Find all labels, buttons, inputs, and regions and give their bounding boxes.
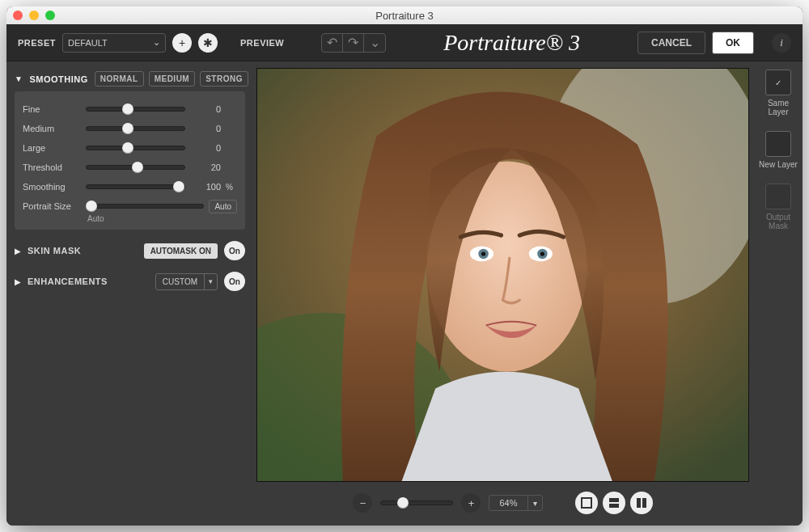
threshold-value: 20 [190,163,221,172]
view-split-vertical-button[interactable] [630,492,653,514]
enhancements-toggle[interactable]: On [224,272,245,291]
info-icon: i [780,36,783,49]
slider-knob[interactable] [122,123,133,134]
slider-knob[interactable] [397,497,409,509]
chevron-down-icon: ⌄ [153,37,160,48]
history-dropdown[interactable]: ⌄ [364,34,385,52]
output-mask-label: Output Mask [757,213,799,230]
zoom-dropdown[interactable]: ▾ [528,496,542,510]
slider-knob[interactable] [86,201,97,212]
zoom-slider[interactable] [380,500,453,505]
cancel-button[interactable]: CANCEL [637,32,705,54]
preset-label: PRESET [18,38,56,48]
slider-knob[interactable] [132,162,143,173]
plus-icon: + [179,36,185,49]
large-value: 0 [190,143,221,153]
new-layer-label: New Layer [759,160,798,169]
automask-button[interactable]: AUTOMASK ON [144,243,218,259]
preset-value: DEFAULT [68,38,108,48]
portrait-size-auto-button[interactable]: Auto [209,200,237,213]
large-slider[interactable] [86,146,185,150]
preset-settings-button[interactable]: ✱ [198,33,218,53]
plus-icon: + [468,497,475,509]
history-group: ↶ ↷ ⌄ [321,33,386,53]
enhancements-mode[interactable]: CUSTOM [156,274,205,289]
skin-mask-toggle[interactable]: On [224,241,245,260]
smoothing-preset-strong[interactable]: STRONG [200,71,248,87]
split-horizontal-icon [608,497,620,509]
smoothing-title: SMOOTHING [29,74,87,84]
smoothing-panel: Fine 0 Medium 0 Large 0 Threshold [15,91,245,230]
preview-column: − + 64% ▾ [253,61,754,526]
skin-mask-title: SKIN MASK [28,246,81,255]
svg-rect-10 [582,498,591,508]
portrait-size-label: Portrait Size [23,201,81,211]
fine-label: Fine [23,104,81,114]
zoom-out-button[interactable]: − [353,493,372,513]
svg-rect-11 [609,498,619,502]
redo-icon: ↷ [348,35,358,50]
gear-icon: ✱ [203,36,213,49]
preset-dropdown[interactable]: DEFAULT ⌄ [62,33,166,53]
split-vertical-icon [636,497,647,509]
skin-mask-section: ▶ SKIN MASK AUTOMASK ON On [15,241,245,260]
chevron-down-icon: ▼ [15,74,23,83]
zoom-in-button[interactable]: + [461,493,481,513]
square-icon [581,497,592,509]
slider-knob[interactable] [173,181,184,192]
check-icon: ✓ [775,78,781,87]
same-layer-label: Same Layer [757,99,799,116]
portrait-illustration [257,69,748,481]
right-sidebar: ✓ Same Layer New Layer Output Mask [754,61,803,526]
same-layer-option[interactable]: ✓ [765,70,791,95]
undo-button[interactable]: ↶ [322,34,343,52]
preview-label: PREVIEW [240,38,284,48]
threshold-slider[interactable] [86,165,185,170]
smoothing-preset-medium[interactable]: MEDIUM [149,71,196,87]
svg-rect-12 [609,504,619,508]
ok-button[interactable]: OK [712,32,754,54]
svg-rect-14 [642,498,646,508]
fine-slider[interactable] [86,107,185,112]
view-split-horizontal-button[interactable] [603,492,625,514]
medium-slider[interactable] [86,126,185,131]
smoothing-preset-normal[interactable]: NORMAL [95,71,144,87]
smoothing-header[interactable]: ▼ SMOOTHING NORMAL MEDIUM STRONG [15,71,245,87]
zoom-value: 64% [489,496,527,510]
output-mask-option[interactable] [765,184,791,209]
window-title: Portraiture 3 [6,10,803,22]
view-single-button[interactable] [575,492,598,514]
portrait-size-slider[interactable] [86,204,204,209]
svg-point-8 [481,251,485,255]
info-button[interactable]: i [772,33,791,53]
slider-knob[interactable] [122,103,133,115]
chevron-right-icon[interactable]: ▶ [15,277,21,286]
smoothing-amt-slider[interactable] [86,184,185,189]
fine-value: 0 [190,104,221,114]
chevron-right-icon[interactable]: ▶ [15,247,21,255]
medium-label: Medium [23,124,81,133]
smoothing-amt-unit: % [226,183,237,192]
smoothing-amt-label: Smoothing [23,182,81,192]
chevron-down-icon: ⌄ [370,35,380,50]
preview-image[interactable] [256,68,749,482]
redo-button[interactable]: ↷ [343,34,364,52]
slider-knob[interactable] [122,142,133,154]
add-preset-button[interactable]: + [172,33,192,53]
brand-title: Portraiture® 3 [392,30,631,56]
enhancements-dropdown[interactable]: ▾ [205,274,217,289]
portrait-size-subtext: Auto [87,214,237,223]
medium-value: 0 [190,124,221,133]
large-label: Large [23,143,81,153]
threshold-label: Threshold [23,163,81,172]
titlebar: Portraiture 3 [6,6,803,24]
svg-rect-13 [637,498,641,508]
new-layer-option[interactable] [765,131,791,157]
smoothing-amt-value: 100 [190,182,221,192]
bottom-toolbar: − + 64% ▾ [256,482,749,517]
minus-icon: − [360,497,366,509]
undo-icon: ↶ [327,35,337,50]
enhancements-section: ▶ ENHANCEMENTS CUSTOM ▾ On [15,272,245,291]
sidebar: ▼ SMOOTHING NORMAL MEDIUM STRONG Fine 0 … [6,61,253,526]
enhancements-title: ENHANCEMENTS [28,277,108,286]
